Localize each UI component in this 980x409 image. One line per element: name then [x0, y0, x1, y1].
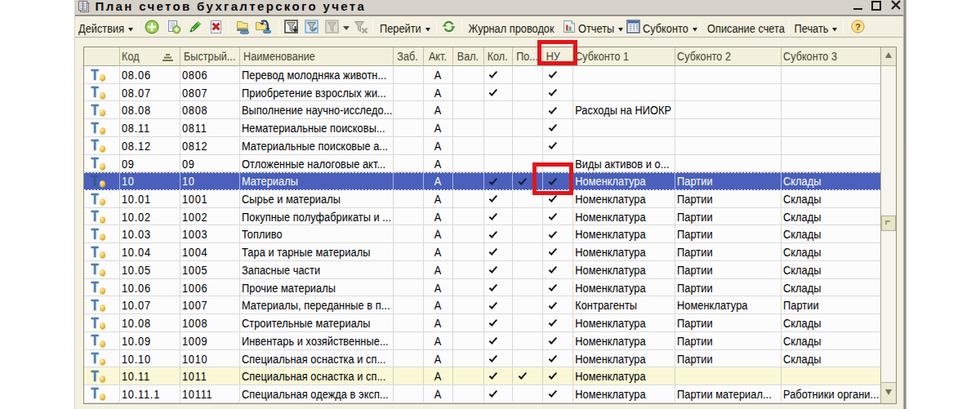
svg-text:?: ?: [855, 22, 861, 32]
